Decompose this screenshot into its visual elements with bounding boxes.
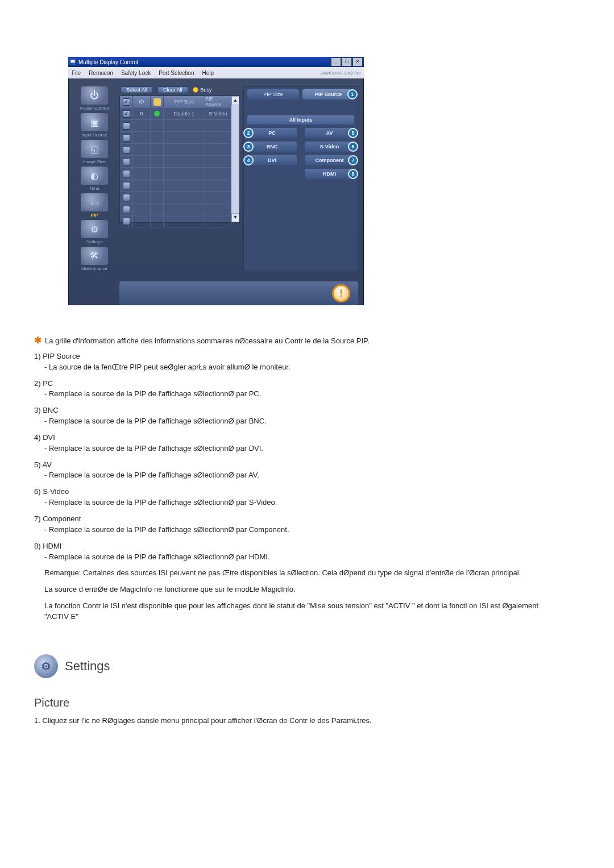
app-icon: [69, 59, 76, 65]
source-label: AV: [326, 130, 333, 136]
scroll-down[interactable]: ▼: [231, 213, 239, 222]
menu-remocon[interactable]: Remocon: [89, 70, 113, 76]
doc-item: 6) S-Video- Remplace la source de la PIP…: [34, 487, 546, 508]
row-checkbox[interactable]: [123, 194, 130, 201]
row-checkbox[interactable]: [123, 146, 130, 153]
sidebar-item-input-source[interactable]: ▣ Input Source: [73, 113, 116, 138]
menu-safety-lock[interactable]: Safety Lock: [121, 70, 151, 76]
close-button[interactable]: ×: [352, 57, 363, 67]
tab-pip-source[interactable]: PIP Source 1: [302, 89, 354, 99]
menubar: File Remocon Safety Lock Port Selection …: [68, 67, 364, 78]
select-all-button[interactable]: Select All: [121, 86, 153, 93]
row-pip-source: [205, 144, 231, 155]
row-checkbox[interactable]: [123, 122, 130, 130]
maintenance-icon: 🛠: [81, 247, 108, 265]
row-pip-size: [164, 180, 205, 191]
sidebar-item-maintenance[interactable]: 🛠 Maintenance: [73, 247, 116, 271]
row-checkbox[interactable]: [123, 110, 130, 118]
footer-bar: !: [119, 281, 358, 305]
pip-icon: ▭: [81, 193, 108, 211]
note-2: La source d entrØe de MagicInfo ne fonct…: [44, 584, 546, 595]
source-component[interactable]: Component7: [305, 155, 354, 165]
doc-item-title: 5) AV: [34, 460, 546, 471]
table-row[interactable]: [120, 215, 231, 227]
doc-item-title: 8) HDMI: [34, 541, 546, 552]
power-icon: ⏻: [81, 86, 108, 105]
header-pip-size: PIP Size: [164, 96, 205, 107]
maximize-button[interactable]: □: [342, 57, 352, 67]
row-checkbox[interactable]: [123, 170, 130, 177]
sidebar-item-power-control[interactable]: ⏻ Power Control: [73, 86, 116, 111]
badge-1: 1: [347, 89, 358, 99]
doc-item: 1) PIP Source- La source de la fenŒtre P…: [34, 351, 546, 373]
sidebar-label: Power Control: [73, 106, 116, 111]
clear-all-button[interactable]: Clear All: [157, 86, 188, 93]
sidebar-label: Time: [73, 186, 116, 191]
intro-text: La grille d'information affiche des info…: [45, 336, 370, 347]
source-label: BNC: [267, 144, 278, 149]
header-id: ID: [133, 96, 151, 107]
row-checkbox[interactable]: [123, 182, 130, 189]
row-checkbox[interactable]: [123, 206, 130, 213]
sidebar: ⏻ Power Control ▣ Input Source ◱ Image S…: [73, 86, 116, 271]
doc-item-desc: - Remplace la source de la PIP de l'affi…: [44, 497, 546, 508]
menu-file[interactable]: File: [72, 70, 81, 76]
menu-port-selection[interactable]: Port Selection: [159, 70, 194, 76]
tab-pip-size[interactable]: PIP Size: [247, 89, 299, 99]
table-row[interactable]: [120, 168, 231, 180]
doc-item: 8) HDMI- Remplace la source de la PIP de…: [34, 541, 546, 563]
row-pip-source: [205, 168, 231, 179]
source-hdmi[interactable]: HDMI8: [305, 169, 354, 179]
table-row[interactable]: [120, 192, 231, 203]
doc-item: 2) PC- Remplace la source de la PIP de l…: [34, 379, 546, 400]
table-row[interactable]: 0Double 1S-Video: [120, 108, 231, 120]
doc-item-desc: - Remplace la source de la PIP de l'affi…: [44, 525, 546, 535]
source-av[interactable]: AV5: [305, 128, 354, 138]
doc-item-desc: - La source de la fenŒtre PIP peut seØgl…: [44, 362, 546, 373]
row-pip-source: [205, 120, 231, 131]
row-pip-source: [205, 132, 231, 143]
menu-help[interactable]: Help: [202, 70, 214, 76]
table-row[interactable]: [120, 180, 231, 192]
source-s-video[interactable]: S-Video6: [305, 142, 354, 152]
sidebar-item-settings[interactable]: ⚙ Settings: [73, 220, 116, 244]
table-row[interactable]: [120, 120, 231, 132]
tab-label: PIP Size: [263, 92, 283, 97]
table-row[interactable]: [120, 156, 231, 168]
minimize-button[interactable]: _: [331, 57, 341, 67]
sidebar-label: Settings: [73, 239, 116, 244]
doc-item-desc: - Remplace la source de la PIP de l'affi…: [44, 470, 546, 481]
input-source-icon: ▣: [81, 113, 108, 131]
source-dvi[interactable]: 4DVI: [247, 155, 297, 165]
image-size-icon: ◱: [81, 140, 108, 158]
row-checkbox[interactable]: [123, 218, 130, 225]
sidebar-label: Input Source: [73, 132, 116, 138]
doc-item-desc: - Remplace la source de la PIP de l'affi…: [44, 389, 546, 400]
row-id: [133, 203, 151, 215]
display-grid: ID PIP Size PIP Source 0Double 1S-Video …: [119, 95, 240, 223]
sidebar-item-pip[interactable]: ▭ PIP: [73, 193, 116, 218]
scrollbar[interactable]: ▲ ▼: [231, 96, 239, 222]
table-row[interactable]: [120, 132, 231, 144]
row-checkbox[interactable]: [123, 134, 130, 142]
scroll-up[interactable]: ▲: [231, 96, 239, 105]
row-pip-source: [205, 156, 231, 167]
time-icon: ◐: [81, 167, 108, 185]
settings-section-icon: ⚙: [34, 654, 58, 678]
titlebar[interactable]: Multiple Display Control _ □ ×: [68, 57, 364, 67]
source-bnc[interactable]: 3BNC: [247, 142, 297, 152]
document-body: ✱ La grille d'information affiche des in…: [34, 336, 546, 622]
doc-item: 5) AV- Remplace la source de la PIP de l…: [34, 460, 546, 481]
row-id: [133, 180, 151, 191]
row-pip-size: [164, 203, 205, 215]
table-row[interactable]: [120, 144, 231, 156]
source-pc[interactable]: 2PC: [247, 128, 297, 138]
header-checkbox[interactable]: [123, 98, 130, 106]
svg-rect-1: [70, 60, 75, 63]
sidebar-item-image-size[interactable]: ◱ Image Size: [73, 140, 116, 164]
row-id: [133, 192, 151, 203]
table-row[interactable]: [120, 203, 231, 215]
row-checkbox[interactable]: [123, 158, 130, 165]
sidebar-item-time[interactable]: ◐ Time: [73, 167, 116, 191]
row-id: [133, 168, 151, 179]
